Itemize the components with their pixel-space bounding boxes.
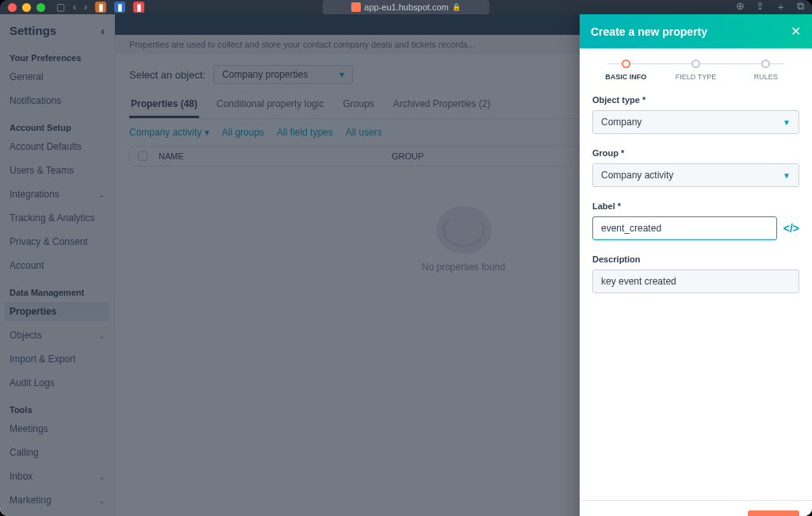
url-bar[interactable]: app-eu1.hubspot.com 🔒 [323, 0, 489, 15]
tab-badge-2[interactable]: ▮ [114, 2, 125, 13]
description-input[interactable]: key event created [592, 269, 799, 293]
label-label: Label * [592, 201, 621, 211]
panel-form: Object type * Company ▼ Group * Company … [580, 86, 812, 306]
create-property-panel: Create a new property ✕ BASIC INFO FIELD… [580, 14, 812, 516]
maximize-window-icon[interactable] [36, 3, 45, 12]
field-label: Label * [592, 198, 777, 240]
browser-titlebar: ▢ ‹ › ▮ ▮ ▮ app-eu1.hubspot.com 🔒 ⊕ ⇪ ＋ … [0, 0, 812, 14]
field-description: Description key event created [592, 251, 799, 293]
group-select[interactable]: Company activity ▼ [592, 163, 799, 187]
chevron-down-icon: ▼ [783, 118, 791, 127]
tab-badge-1[interactable]: ▮ [95, 2, 106, 13]
tabs-icon[interactable]: ⧉ [797, 0, 804, 14]
panel-header: Create a new property ✕ [580, 14, 812, 48]
nav-forward-icon[interactable]: › [84, 2, 87, 13]
hubspot-favicon-icon [351, 2, 361, 12]
window-controls[interactable] [8, 3, 45, 12]
object-type-label: Object type * [592, 95, 645, 105]
description-label: Description [592, 254, 641, 264]
stepper: BASIC INFO FIELD TYPE RULES [580, 48, 812, 86]
field-object-type: Object type * Company ▼ [592, 92, 799, 134]
panel-title: Create a new property [591, 25, 707, 38]
panel-footer: Cancel Next › [580, 500, 812, 516]
code-icon[interactable]: </> [783, 222, 799, 240]
tab-badge-3[interactable]: ▮ [133, 2, 144, 13]
close-icon[interactable]: ✕ [791, 24, 801, 39]
label-input[interactable] [592, 216, 777, 240]
group-label: Group * [592, 148, 624, 158]
new-tab-icon[interactable]: ＋ [776, 0, 786, 14]
next-button[interactable]: Next › [748, 510, 799, 516]
close-window-icon[interactable] [8, 3, 17, 12]
share-icon[interactable]: ⇪ [756, 0, 764, 14]
url-text: app-eu1.hubspot.com [364, 2, 448, 12]
sidebar-toggle-icon[interactable]: ▢ [56, 2, 65, 13]
minimize-window-icon[interactable] [22, 3, 31, 12]
field-group: Group * Company activity ▼ [592, 145, 799, 187]
chevron-down-icon: ▼ [783, 171, 791, 180]
object-type-select[interactable]: Company ▼ [592, 110, 799, 134]
download-icon[interactable]: ⊕ [736, 0, 745, 14]
nav-back-icon[interactable]: ‹ [73, 2, 76, 13]
lock-icon: 🔒 [452, 3, 461, 11]
